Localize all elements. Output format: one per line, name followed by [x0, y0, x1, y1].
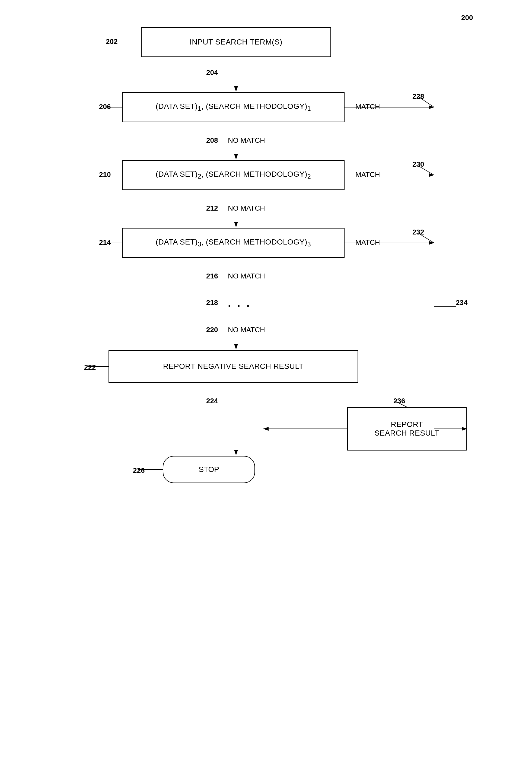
label-200: 200: [461, 14, 473, 22]
label-228: 228: [412, 92, 424, 101]
no-match2-label: NO MATCH: [228, 204, 265, 213]
label-230: 230: [412, 160, 424, 169]
match1-label: MATCH: [355, 103, 380, 111]
diagram-container: 200 INPUT SEARCH TERM(S) 202 204 (DATA S…: [0, 0, 532, 777]
label-218: 218: [206, 299, 218, 307]
no-match4-label: NO MATCH: [228, 326, 265, 334]
label-226: 226: [133, 466, 145, 475]
box-dataset2: (DATA SET)2, (SEARCH METHODOLOGY)2: [122, 160, 345, 190]
label-234: 234: [456, 299, 468, 307]
label-208: 208: [206, 136, 218, 145]
dots: · · ·: [228, 300, 251, 312]
no-match3-label: NO MATCH: [228, 272, 265, 281]
box-dataset1: (DATA SET)1, (SEARCH METHODOLOGY)1: [122, 92, 345, 122]
box-report-negative: REPORT NEGATIVE SEARCH RESULT: [109, 350, 358, 383]
dataset2-text: (DATA SET)2, (SEARCH METHODOLOGY)2: [156, 170, 311, 180]
box-stop: STOP: [163, 456, 255, 483]
label-202: 202: [106, 37, 118, 46]
box-input-search: INPUT SEARCH TERM(S): [141, 27, 331, 57]
label-206: 206: [99, 103, 111, 111]
dataset1-text: (DATA SET)1, (SEARCH METHODOLOGY)1: [156, 102, 311, 112]
label-214: 214: [99, 238, 111, 247]
label-216: 216: [206, 272, 218, 281]
label-212: 212: [206, 204, 218, 213]
label-220: 220: [206, 326, 218, 334]
label-222: 222: [84, 363, 96, 371]
no-match1-label: NO MATCH: [228, 136, 265, 145]
label-232: 232: [412, 228, 424, 236]
match3-label: MATCH: [355, 238, 380, 247]
label-210: 210: [99, 171, 111, 179]
label-224: 224: [206, 397, 218, 405]
label-236: 236: [393, 397, 405, 405]
box-dataset3: (DATA SET)3, (SEARCH METHODOLOGY)3: [122, 228, 345, 258]
label-204: 204: [206, 69, 218, 77]
match2-label: MATCH: [355, 171, 380, 179]
dataset3-text: (DATA SET)3, (SEARCH METHODOLOGY)3: [156, 238, 311, 248]
box-report-result: REPORT SEARCH RESULT: [347, 407, 467, 450]
